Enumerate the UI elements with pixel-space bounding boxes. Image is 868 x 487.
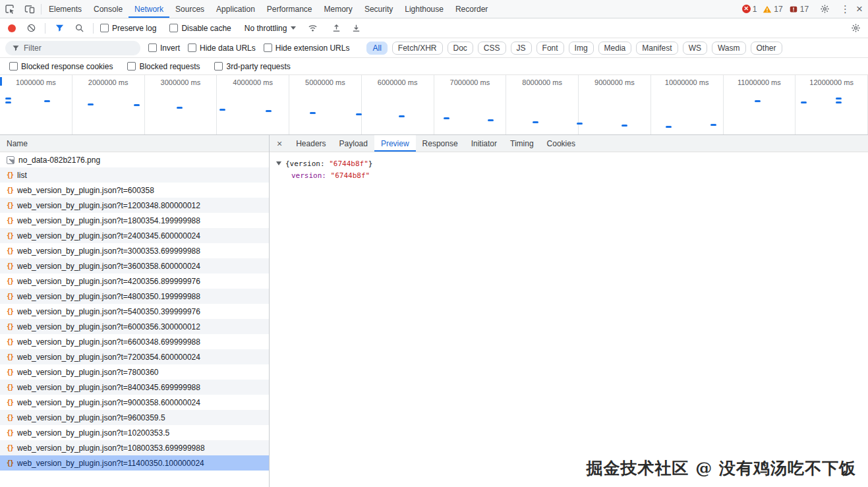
close-details-icon[interactable]: × xyxy=(270,135,289,152)
tab-sources[interactable]: Sources xyxy=(169,0,210,18)
hide-extension-urls-checkbox[interactable]: Hide extension URLs xyxy=(264,43,350,53)
request-row[interactable]: {}web_version_by_plugin.json?t=7800360 xyxy=(0,364,269,380)
json-file-icon: {} xyxy=(7,429,13,436)
request-name: web_version_by_plugin.json?t=9000358.600… xyxy=(17,398,200,407)
request-row[interactable]: {}web_version_by_plugin.json?t=4200356.8… xyxy=(0,273,269,289)
timeline-label: 9000000 ms xyxy=(579,78,651,86)
request-row[interactable]: {}web_version_by_plugin.json?t=10200353.… xyxy=(0,425,269,440)
device-toolbar-icon[interactable] xyxy=(20,0,40,18)
name-column-header[interactable]: Name xyxy=(0,135,269,152)
tab-cookies[interactable]: Cookies xyxy=(540,135,582,152)
request-name: web_version_by_plugin.json?t=9600359.5 xyxy=(17,413,165,422)
tab-recorder[interactable]: Recorder xyxy=(449,0,494,18)
request-row[interactable]: {}web_version_by_plugin.json?t=9600359.5 xyxy=(0,410,269,425)
tab-response[interactable]: Response xyxy=(416,135,465,152)
request-row[interactable]: {}web_version_by_plugin.json?t=6000356.3… xyxy=(0,319,269,334)
invert-checkbox[interactable]: Invert xyxy=(148,43,180,53)
panel-tabs: Elements Console Network Sources Applica… xyxy=(43,0,494,18)
request-row[interactable]: {}web_version_by_plugin.json?t=11400350.… xyxy=(0,455,269,471)
request-name: web_version_by_plugin.json?t=11400350.10… xyxy=(17,459,204,468)
issues-count-badge[interactable]: 17 xyxy=(789,5,809,14)
filter-chip-other[interactable]: Other xyxy=(751,42,782,55)
warning-icon xyxy=(763,5,772,14)
tab-payload[interactable]: Payload xyxy=(333,135,374,152)
filter-chip-doc[interactable]: Doc xyxy=(448,42,473,55)
filter-input[interactable] xyxy=(24,43,134,53)
json-root-node[interactable]: {version: "6744b8f"} xyxy=(276,158,861,170)
request-row[interactable]: {}web_version_by_plugin.json?t=6600348.6… xyxy=(0,334,269,349)
tab-preview[interactable]: Preview xyxy=(374,135,416,152)
record-network-log-icon[interactable] xyxy=(8,24,16,32)
hide-data-urls-checkbox[interactable]: Hide data URLs xyxy=(188,43,256,53)
tab-application[interactable]: Application xyxy=(210,0,261,18)
filter-input-wrapper xyxy=(5,41,140,55)
activity-tick xyxy=(88,103,94,105)
expand-caret-icon[interactable] xyxy=(276,161,281,165)
requests-panel: Name no_data-082b2176.png{}list{}web_ver… xyxy=(0,135,270,487)
request-row[interactable]: {}web_version_by_plugin.json?t=10800353.… xyxy=(0,440,269,455)
timeline-label: 12000000 ms xyxy=(796,78,867,86)
blocked-response-cookies-checkbox[interactable]: Blocked response cookies xyxy=(9,62,113,71)
request-row[interactable]: {}web_version_by_plugin.json?t=600358 xyxy=(0,183,269,198)
warning-count-badge[interactable]: 17 xyxy=(763,5,782,14)
request-row[interactable]: {}web_version_by_plugin.json?t=1200348.8… xyxy=(0,198,269,213)
filter-chip-css[interactable]: CSS xyxy=(478,42,506,55)
timeline-label: 1000000 ms xyxy=(0,78,72,86)
search-icon[interactable] xyxy=(72,21,86,36)
timeline-overview[interactable]: 1000000 ms 2000000 ms 3000000 ms 4000000… xyxy=(0,75,868,135)
filter-chip-manifest[interactable]: Manifest xyxy=(636,42,678,55)
tab-security[interactable]: Security xyxy=(359,0,399,18)
filter-chip-all[interactable]: All xyxy=(366,42,387,55)
tab-memory[interactable]: Memory xyxy=(318,0,359,18)
request-row[interactable]: {}web_version_by_plugin.json?t=5400350.3… xyxy=(0,304,269,319)
network-conditions-icon[interactable] xyxy=(305,21,320,36)
filter-chip-media[interactable]: Media xyxy=(598,42,632,55)
filter-chip-img[interactable]: Img xyxy=(569,42,594,55)
request-row[interactable]: {}web_version_by_plugin.json?t=2400345.6… xyxy=(0,228,269,243)
filter-chip-font[interactable]: Font xyxy=(536,42,564,55)
json-file-icon: {} xyxy=(7,308,13,315)
har-import-icon[interactable] xyxy=(329,21,343,36)
filter-chip-wasm[interactable]: Wasm xyxy=(712,42,746,55)
request-name: web_version_by_plugin.json?t=2400345.600… xyxy=(17,231,200,241)
request-row[interactable]: {}list xyxy=(0,167,269,183)
more-options-icon[interactable]: ⋮ xyxy=(840,4,850,14)
request-row[interactable]: no_data-082b2176.png xyxy=(0,152,269,167)
third-party-requests-checkbox[interactable]: 3rd-party requests xyxy=(214,62,290,71)
tab-headers[interactable]: Headers xyxy=(289,135,332,152)
tab-console[interactable]: Console xyxy=(88,0,129,18)
network-settings-gear-icon[interactable] xyxy=(848,21,863,36)
filter-funnel-icon[interactable] xyxy=(52,21,67,36)
request-row[interactable]: {}web_version_by_plugin.json?t=7200354.6… xyxy=(0,349,269,364)
request-row[interactable]: {}web_version_by_plugin.json?t=1800354.1… xyxy=(0,213,269,228)
filter-chip-ws[interactable]: WS xyxy=(683,42,707,55)
tab-performance[interactable]: Performance xyxy=(261,0,318,18)
disable-cache-checkbox[interactable]: Disable cache xyxy=(169,24,231,33)
tab-timing[interactable]: Timing xyxy=(504,135,540,152)
preserve-log-checkbox[interactable]: Preserve log xyxy=(100,24,156,33)
filter-chip-js[interactable]: JS xyxy=(511,42,532,55)
checkbox-label: Hide extension URLs xyxy=(275,43,350,53)
error-count-badge[interactable]: ✕ 1 xyxy=(742,5,757,14)
har-export-icon[interactable] xyxy=(349,21,363,36)
settings-gear-icon[interactable] xyxy=(815,4,834,14)
checkbox-icon xyxy=(264,43,272,52)
network-main-area: Name no_data-082b2176.png{}list{}web_ver… xyxy=(0,135,868,487)
tab-network[interactable]: Network xyxy=(129,0,169,18)
activity-tick xyxy=(134,104,140,106)
tab-elements[interactable]: Elements xyxy=(43,0,88,18)
request-row[interactable]: {}web_version_by_plugin.json?t=8400345.6… xyxy=(0,380,269,395)
blocked-requests-checkbox[interactable]: Blocked requests xyxy=(127,62,200,71)
tab-lighthouse[interactable]: Lighthouse xyxy=(399,0,449,18)
request-row[interactable]: {}web_version_by_plugin.json?t=9000358.6… xyxy=(0,395,269,410)
request-row[interactable]: {}web_version_by_plugin.json?t=3000353.6… xyxy=(0,243,269,258)
clear-network-log-icon[interactable] xyxy=(24,21,38,36)
request-row[interactable]: {}web_version_by_plugin.json?t=4800350.1… xyxy=(0,289,269,304)
filter-chip-fetch-xhr[interactable]: Fetch/XHR xyxy=(392,42,443,55)
request-row[interactable]: {}web_version_by_plugin.json?t=3600358.6… xyxy=(0,258,269,273)
inspect-element-icon[interactable] xyxy=(0,0,20,18)
throttling-select[interactable]: No throttling xyxy=(241,22,301,34)
json-property-node[interactable]: version: "6744b8f" xyxy=(276,170,861,182)
close-devtools-icon[interactable]: × xyxy=(856,3,863,14)
tab-initiator[interactable]: Initiator xyxy=(465,135,504,152)
